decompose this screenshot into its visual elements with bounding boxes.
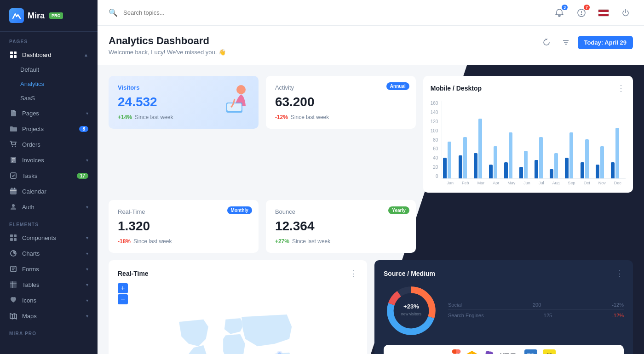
chevron-components-icon: ▾: [86, 235, 88, 240]
refresh-button[interactable]: [539, 35, 554, 50]
visitors-change: +14%: [118, 114, 132, 120]
map-menu-button[interactable]: ⋮: [350, 268, 358, 279]
power-button[interactable]: [618, 6, 633, 20]
main-content: 🔍 3 7: [98, 0, 644, 354]
source-medium-title: Source / Medium: [384, 270, 435, 277]
svg-rect-12: [12, 188, 12, 189]
bar-may-light: [509, 132, 512, 178]
svg-point-14: [12, 204, 15, 207]
search-engines-label: Search Engines: [448, 313, 484, 318]
sidebar-orders-label: Orders: [22, 141, 40, 148]
bar-apr-light: [494, 146, 497, 178]
logo-text: Mira: [28, 11, 45, 21]
sidebar-item-default[interactable]: Default: [0, 63, 98, 77]
map-icon: [9, 312, 17, 320]
sidebar-item-maps[interactable]: Maps ▾: [0, 308, 98, 324]
realtime-since: Since last week: [133, 238, 172, 245]
sidebar-item-dashboard[interactable]: Dashboard ▲: [0, 47, 98, 63]
chevron-invoices-icon: ▾: [86, 158, 88, 163]
sidebar-item-charts[interactable]: Charts ▾: [0, 246, 98, 261]
sidebar-item-calendar[interactable]: Calendar: [0, 183, 98, 199]
bar-jun-light: [524, 151, 528, 178]
alerts-button[interactable]: 7: [574, 6, 589, 20]
svg-point-31: [236, 85, 246, 94]
check-icon: [9, 171, 17, 180]
realtime-label: Real-Time: [118, 208, 145, 215]
bar-dec-dark: [611, 162, 615, 178]
tasks-badge: 17: [77, 173, 88, 179]
svg-rect-1: [14, 51, 17, 54]
page-header-actions: Today: April 29: [539, 35, 633, 50]
sidebar-item-tables[interactable]: Tables ▾: [0, 277, 98, 292]
activity-since: Since last week: [291, 114, 329, 120]
language-button[interactable]: [596, 6, 611, 20]
map-zoom-in-button[interactable]: +: [118, 283, 128, 293]
sidebar-item-projects[interactable]: Projects 8: [0, 121, 98, 137]
today-button[interactable]: Today: April 29: [578, 36, 633, 49]
figma-logo: [452, 349, 461, 354]
sidebar-icons-label: Icons: [22, 297, 36, 304]
calendar-icon: [9, 187, 17, 195]
chart-menu-button[interactable]: ⋮: [617, 83, 626, 93]
world-map-svg: [118, 307, 358, 354]
notifications-button[interactable]: 3: [552, 6, 567, 20]
sidebar-item-auth[interactable]: Auth ▾: [0, 199, 98, 215]
redux-logo: [483, 350, 494, 354]
svg-rect-2: [10, 55, 13, 58]
sidebar-analytics-label: Analytics: [20, 80, 44, 87]
sidebar-item-saas[interactable]: SaaS: [0, 91, 98, 105]
sidebar-item-forms[interactable]: Forms ▾: [0, 261, 98, 277]
forms-icon: [9, 265, 17, 273]
sidebar-logo: Mira PRO: [0, 0, 98, 32]
bounce-change: +27%: [275, 238, 289, 245]
sidebar-item-pages[interactable]: Pages ▾: [0, 105, 98, 121]
chart-header: Mobile / Desktop ⋮: [431, 83, 626, 93]
svg-point-4: [12, 146, 13, 147]
bounce-value: 12.364: [275, 219, 407, 234]
page-title: Analytics Dashboard: [109, 35, 226, 47]
sidebar-item-invoices[interactable]: Invoices ▾: [0, 152, 98, 168]
alerts-badge: 7: [584, 5, 590, 10]
section-label-elements: ELEMENTS: [0, 215, 98, 230]
sidebar-item-icons[interactable]: Icons ▾: [0, 292, 98, 308]
topbar: 🔍 3 7: [98, 0, 644, 26]
grid-icon: [9, 51, 17, 59]
filter-button[interactable]: [558, 35, 573, 50]
bar-jul-light: [539, 137, 543, 178]
svg-rect-3: [14, 55, 17, 58]
source-medium-card: Source / Medium ⋮: [374, 260, 633, 354]
bounce-badge: Yearly: [388, 206, 409, 214]
sidebar-pages-label: Pages: [22, 110, 39, 117]
sidebar-item-analytics[interactable]: Analytics: [0, 77, 98, 91]
chevron-icons-icon: ▾: [86, 298, 88, 303]
source-menu-button[interactable]: ⋮: [615, 268, 624, 279]
bar-nov-dark: [596, 165, 599, 178]
bounce-footer: +27% Since last week: [275, 238, 407, 245]
invoice-icon: [9, 156, 17, 164]
sidebar-components-label: Components: [22, 234, 56, 241]
bar-feb-light: [463, 137, 467, 178]
chevron-charts-icon: ▾: [86, 251, 88, 256]
sidebar-invoices-label: Invoices: [22, 157, 44, 164]
activity-card: Activity Annual 63.200 -12% Since last w…: [266, 76, 416, 129]
sidebar-item-components[interactable]: Components ▾: [0, 230, 98, 246]
page-content: Analytics Dashboard Welcome back, Lucy! …: [98, 26, 644, 354]
chart-bar-icon: [9, 249, 17, 257]
logo-icon: [9, 8, 24, 23]
svg-point-26: [581, 14, 582, 15]
sidebar-tasks-label: Tasks: [22, 172, 37, 179]
sidebar-item-orders[interactable]: Orders: [0, 137, 98, 152]
realtime-badge: Monthly: [227, 206, 252, 214]
map-zoom-out-button[interactable]: −: [118, 294, 128, 304]
tech-logos-panel: NEXT.js TS JS: [384, 345, 624, 354]
bar-jan-dark: [443, 158, 447, 178]
search-input[interactable]: [123, 9, 546, 16]
svg-rect-21: [10, 281, 17, 288]
svg-rect-11: [10, 188, 17, 194]
sidebar-dashboard-label: Dashboard: [22, 51, 52, 58]
file-icon: [9, 109, 17, 117]
projects-badge: 8: [79, 126, 88, 132]
sidebar-tables-label: Tables: [22, 281, 40, 288]
components-icon: [9, 234, 17, 242]
sidebar-item-tasks[interactable]: Tasks 17: [0, 168, 98, 183]
